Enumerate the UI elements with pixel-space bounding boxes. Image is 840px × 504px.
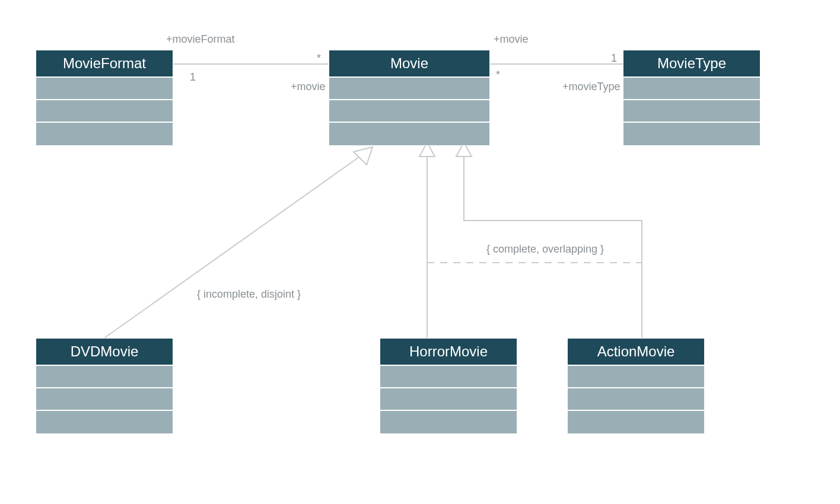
class-row (36, 78, 173, 100)
class-row (380, 411, 517, 433)
class-movie-title: Movie (329, 50, 489, 78)
class-movietype: MovieType (623, 50, 761, 146)
gen-dvd-movie-arrow (354, 147, 373, 165)
class-row (329, 78, 489, 100)
class-row (36, 366, 173, 388)
class-row (623, 123, 760, 145)
class-row (36, 100, 173, 123)
class-row (36, 388, 173, 411)
class-movie: Movie (329, 50, 490, 146)
class-row (623, 78, 760, 100)
class-row (380, 366, 517, 388)
class-row (36, 123, 173, 145)
label-one-left: 1 (190, 71, 196, 84)
class-dvdmovie: DVDMovie (36, 338, 173, 434)
class-horrormovie-title: HorrorMovie (380, 339, 517, 366)
label-star-right: * (496, 69, 500, 81)
class-actionmovie: ActionMovie (567, 338, 705, 434)
label-star-left: * (317, 52, 321, 65)
class-row (329, 100, 489, 123)
class-row (568, 411, 704, 433)
class-horrormovie: HorrorMovie (380, 338, 517, 434)
label-constraint-overlapping: { complete, overlapping } (486, 243, 604, 256)
label-plus-movieformat: +movieFormat (166, 33, 235, 46)
class-movieformat: MovieFormat (36, 50, 173, 146)
class-dvdmovie-title: DVDMovie (36, 339, 173, 366)
class-row (329, 123, 489, 145)
class-movieformat-title: MovieFormat (36, 50, 173, 78)
label-constraint-disjoint: { incomplete, disjoint } (197, 288, 301, 301)
class-movietype-title: MovieType (623, 50, 760, 78)
class-row (568, 388, 704, 411)
class-actionmovie-title: ActionMovie (568, 339, 704, 366)
label-plus-movie-left: +movie (291, 81, 326, 93)
class-row (36, 411, 173, 433)
class-row (380, 388, 517, 411)
gen-dvd-movie-line (104, 154, 363, 338)
label-one-right: 1 (611, 52, 617, 65)
label-plus-movietype: +movieType (562, 81, 621, 93)
label-plus-movie-right: +movie (494, 33, 529, 46)
class-row (623, 100, 760, 123)
class-row (568, 366, 704, 388)
